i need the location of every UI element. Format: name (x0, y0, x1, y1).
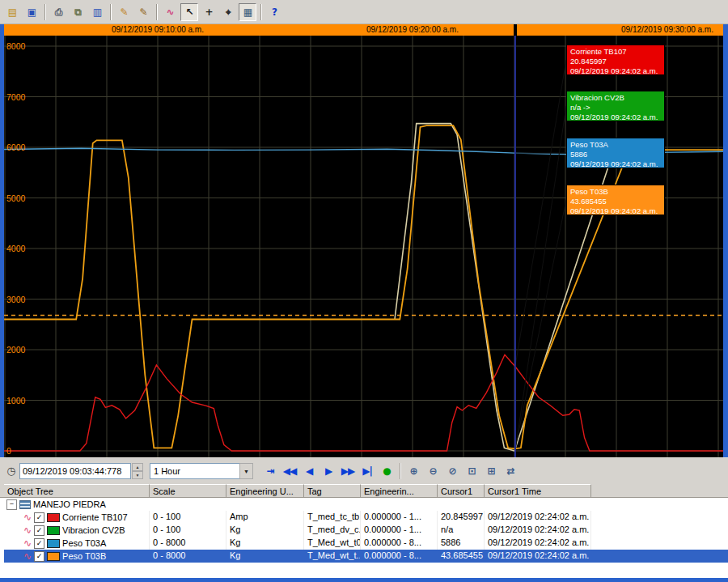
tree-cell: Vibracion CV2B (4, 524, 150, 537)
step-back-button[interactable]: ◀ (300, 462, 318, 480)
column-header-engineering-range[interactable]: Engineerin... (361, 484, 438, 497)
trend-row-vibracion-cv2b[interactable]: Vibracion CV2B 0 - 100 Kg T_med_dv_c... … (4, 524, 728, 537)
pen-tool-button[interactable]: ✎ (115, 3, 133, 21)
crosshair-tool-button[interactable]: + (200, 3, 218, 21)
trend-type-icon (23, 525, 32, 535)
flag-series-name: Peso T03A (570, 140, 664, 150)
export-button[interactable]: ▥ (88, 3, 106, 21)
column-header-engineering-units[interactable]: Engineering U... (226, 484, 304, 497)
tag-cell: T_Med_wt_t... (304, 550, 361, 563)
tag-cell: T_Med_wt_t03 (304, 537, 361, 550)
visibility-checkbox[interactable] (34, 551, 44, 562)
y-axis-label: 7000 (6, 92, 25, 102)
visibility-checkbox[interactable] (34, 512, 44, 523)
annotation-tool-button[interactable]: ✎ (134, 3, 152, 21)
zoom-out-button[interactable]: ⊖ (424, 462, 442, 480)
tree-root-row[interactable]: MANEJO PIEDRA (4, 498, 728, 511)
trend-row-peso-t03b[interactable]: Peso T03B 0 - 8000 Kg T_Med_wt_t... 0.00… (4, 550, 728, 563)
cursor1-cell: 43.685455 (438, 550, 485, 563)
help-button[interactable]: ? (265, 3, 283, 21)
fast-forward-button[interactable]: ▶▶ (339, 462, 357, 480)
series-Corriente-TB107 (4, 355, 723, 451)
duration-dropdown-button[interactable] (239, 463, 253, 479)
copy-picture-button[interactable]: ⧉ (69, 3, 87, 21)
trend-group-icon (19, 500, 31, 509)
playback-buttons: ⇥◀◀◀▶▶▶▶|●⊕⊖⊘⊡⊞⇄ (261, 462, 519, 480)
color-swatch (47, 539, 60, 548)
range-cell: 0.000000 - 8... (361, 550, 438, 563)
flag-value: 5886 (570, 150, 664, 159)
playback-toolbar: 1 Hour ⇥◀◀◀▶▶▶▶|●⊕⊖⊘⊡⊞⇄ (0, 457, 728, 484)
color-swatch (47, 513, 60, 522)
column-header-tag[interactable]: Tag (304, 484, 361, 497)
flag-time: 09/12/2019 09:24:02 a.m. (570, 66, 664, 75)
visibility-checkbox[interactable] (34, 525, 44, 536)
units-cell: Kg (226, 537, 304, 550)
column-header-cursor1-time[interactable]: Cursor1 Time (485, 484, 591, 497)
print-button[interactable]: ⎙ (49, 3, 67, 21)
window-border (0, 578, 728, 582)
cursor-handle[interactable] (514, 24, 517, 36)
fast-rewind-button[interactable]: ◀◀ (281, 462, 298, 480)
visibility-checkbox[interactable] (34, 538, 44, 549)
tree-cell: Peso T03A (4, 537, 150, 550)
color-swatch (47, 526, 60, 535)
flag-series-name: Corriente TB107 (570, 47, 664, 57)
flag-time: 09/12/2019 09:24:02 a.m. (570, 113, 664, 121)
clock-button[interactable] (3, 463, 19, 479)
column-header-object-tree[interactable]: Object Tree (4, 484, 150, 497)
y-axis-label: 2000 (6, 345, 25, 355)
xy-axes-button[interactable]: ⇄ (502, 462, 519, 480)
step-forward-button[interactable]: ▶ (320, 462, 337, 480)
cursor-tool-button[interactable]: ⌖ (219, 3, 237, 21)
zoom-in-button[interactable]: ⊕ (404, 462, 422, 480)
tag-cell: T_med_tc_tb... (304, 511, 361, 524)
spinner-up-button[interactable] (132, 463, 143, 471)
open-button[interactable]: ▤ (3, 3, 21, 21)
jump-latest-button[interactable]: ⇥ (261, 462, 279, 480)
y-axis-label: 6000 (6, 142, 25, 152)
y-axis-label: 5000 (6, 193, 25, 203)
cursor1-cell: 20.845997 (438, 511, 485, 524)
duration-value[interactable]: 1 Hour (150, 463, 239, 479)
flag-time: 09/12/2019 09:24:02 a.m. (570, 159, 664, 168)
flag-value: n/a -> (570, 103, 664, 113)
add-trend-button[interactable]: ∿ (161, 3, 179, 21)
fit-window-button[interactable]: ⊞ (482, 462, 500, 480)
table-body: MANEJO PIEDRA Corriente TB107 0 - 100 Am… (0, 498, 728, 563)
time-axis-label: 09/12/2019 09:20:00 a.m. (348, 25, 477, 34)
range-cell: 0.000000 - 1... (361, 511, 438, 524)
zoom-box-button[interactable]: ⊡ (463, 462, 480, 480)
pointer-tool-button[interactable]: ↖ (180, 3, 198, 21)
trend-row-corriente-tb107[interactable]: Corriente TB107 0 - 100 Amp T_med_tc_tb.… (4, 511, 728, 524)
live-button[interactable]: ● (378, 462, 396, 480)
table-header: Object Tree Scale Engineering U... Tag E… (0, 484, 728, 498)
toolbar-separator (260, 4, 261, 20)
column-header-scale[interactable]: Scale (150, 484, 226, 497)
plot-area: Corriente TB107 20.845997 09/12/2019 09:… (4, 36, 723, 457)
datetime-input[interactable] (19, 463, 131, 479)
cursor-flag-corriente-tb107: Corriente TB107 20.845997 09/12/2019 09:… (566, 45, 665, 75)
trend-row-peso-t03a[interactable]: Peso T03A 0 - 8000 Kg T_Med_wt_t03 0.000… (4, 537, 728, 550)
trend-application-window: { "colors": { "window_border": "#2a62cc"… (0, 0, 728, 582)
flag-time: 09/12/2019 09:24:02 a.m. (570, 206, 664, 215)
legend-toggle-button[interactable]: ▦ (239, 3, 256, 21)
group-name: MANEJO PIEDRA (33, 499, 106, 511)
units-cell: Kg (226, 524, 304, 537)
column-header-cursor1[interactable]: Cursor1 (438, 484, 485, 497)
y-axis-label: 4000 (6, 244, 25, 253)
flag-series-name: Vibracion CV2B (570, 93, 664, 103)
cursor-flag-peso-t03a: Peso T03A 5886 09/12/2019 09:24:02 a.m. (566, 138, 665, 168)
collapse-icon[interactable] (6, 499, 17, 510)
cursor1-time-cell: 09/12/2019 02:24:02 a.m. (485, 550, 591, 563)
y-axis-label: 8000 (6, 41, 25, 51)
tree-cell: Corriente TB107 (4, 511, 150, 524)
jump-end-button[interactable]: ▶| (358, 462, 376, 480)
y-axis-label: 1000 (6, 396, 25, 406)
time-axis-bar: 09/12/2019 09:10:00 a.m.09/12/2019 09:20… (4, 24, 723, 36)
zoom-reset-button[interactable]: ⊘ (443, 462, 461, 480)
spinner-down-button[interactable] (132, 471, 143, 479)
cursor1-time-cell: 09/12/2019 02:24:02 a.m. (485, 511, 591, 524)
save-button[interactable]: ▣ (23, 3, 40, 21)
range-cell: 0.000000 - 8... (361, 537, 438, 550)
